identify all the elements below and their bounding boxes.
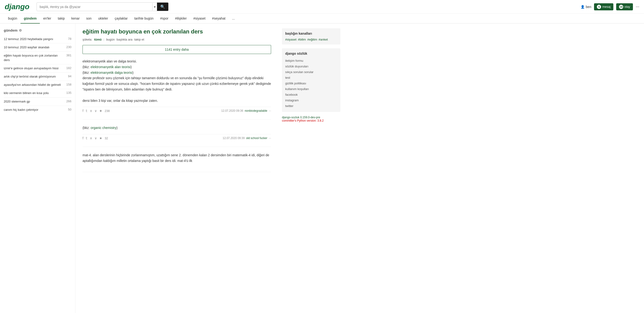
instagram-link[interactable]: instagram [285, 98, 299, 102]
entry-link-1[interactable]: elektromanyetik alan teorisi [90, 65, 130, 69]
channel-tag-anket[interactable]: #anket [319, 38, 328, 41]
list-item: izmir'e gelince oluşan avrupadayım hissi… [4, 64, 72, 72]
list-item: sözlük duyuruları [285, 64, 337, 69]
test-link[interactable]: test [285, 76, 290, 80]
entry-footer: f 𝕥 ∧ ∨ ★ 32 12.07.2020 09:39 old school… [82, 134, 271, 142]
entry-footer: f 𝕥 ∧ ∨ ★ 238 12.07.2020 09:36 nonbiodeg… [82, 107, 271, 114]
entry-author[interactable]: old school fucker [246, 136, 267, 140]
filter-all[interactable]: tümü [94, 38, 102, 41]
search-input[interactable] [37, 3, 152, 10]
entry-text-1: elektromanyetik alan ve dalga teorisi. [82, 60, 137, 63]
right-panel: başlığın kanalları #siyaset #bilim #eğit… [278, 24, 344, 313]
header-more-button[interactable]: ··· [636, 4, 639, 9]
user-menu[interactable]: 👤 ben [580, 5, 591, 9]
nav-item-spor[interactable]: #spor [157, 14, 172, 23]
sidebar-item-text[interactable]: 10 temmuz 2020 wayfair skandalı [4, 45, 64, 50]
list-item: sıkça sorulan sorular [285, 69, 337, 75]
share-facebook-icon[interactable]: f [82, 136, 84, 140]
facebook-link[interactable]: facebook [285, 93, 298, 96]
nav-item-caylaklar[interactable]: çaylaklar [111, 14, 131, 23]
list-item: 2020 steiermark gp 266 [4, 98, 72, 106]
entry-bkz-3: (bkz: organic chemistry) [82, 126, 118, 130]
filter-today[interactable]: bugün [106, 38, 114, 41]
entry-actions: f 𝕥 ∧ ∨ ★ 32 [82, 136, 108, 140]
gizlilik-link[interactable]: gizlilik politikası [285, 82, 306, 85]
favorite-icon[interactable]: ★ [99, 136, 102, 140]
sidebar-item-text[interactable]: artık chp'yi terörist olarak görmüyorum [4, 74, 66, 79]
sidebar-title-text: gündem [4, 28, 18, 32]
duyurular-link[interactable]: sözlük duyuruları [285, 64, 308, 68]
entry-body: mat-4. alan derslerinin hiçbirinde zorla… [82, 152, 271, 164]
sidebar-item-text[interactable]: 12 temmuz 2020 heybeliada yangını [4, 37, 66, 41]
version-number: django-sozluk 0.159.0-dev-pre [282, 116, 340, 119]
entry-filters: şükela: tümü | bugün başlıkta ara takip … [82, 38, 271, 41]
nav-item-enler[interactable]: en'ler [40, 14, 54, 23]
nav-item-bugun[interactable]: bugün [5, 14, 20, 23]
list-item: eğitim hayatı boyunca en çok zorlanılan … [4, 52, 72, 64]
entry-options-icon[interactable]: ··· [269, 109, 271, 112]
events-badge: 18 [619, 5, 623, 9]
settings-icon[interactable]: ⚙ [19, 28, 22, 32]
more-entries-button[interactable]: 1141 entry daha [82, 45, 271, 54]
sikca-link[interactable]: sıkça sorulan sorular [285, 70, 314, 74]
entry-meta: 12.07.2020 09:36 nonbiodegradable ··· [221, 109, 271, 112]
sidebar-item-text[interactable]: canım hiç kadın çekmiyor [4, 108, 66, 112]
iletisim-link[interactable]: iletişim formu [285, 59, 304, 62]
entry-link-3[interactable]: organic chemistry [90, 126, 116, 130]
filter-follow[interactable]: takip et [134, 38, 144, 41]
channels-box: başlığın kanalları #siyaset #bilim #eğit… [282, 28, 340, 44]
sidebar-item-text[interactable]: ayasofya'nın arkasından hilafet de gelme… [4, 83, 64, 87]
twitter-link[interactable]: twitter [285, 104, 294, 108]
channel-tags: #siyaset #bilim #eğitim #anket [285, 38, 337, 41]
nav-item-tarihte[interactable]: tarihte bugün [131, 14, 157, 23]
channel-tag-bilim[interactable]: #bilim [298, 38, 306, 41]
downvote-icon[interactable]: ∨ [94, 109, 97, 113]
entry-options-icon[interactable]: ··· [269, 136, 271, 140]
share-facebook-icon[interactable]: f [82, 109, 84, 113]
channel-tag-egitim[interactable]: #eğitim [308, 38, 317, 41]
entry-link-2[interactable]: elektromanyetik dalga teorisi [90, 71, 132, 74]
nav-item-takip[interactable]: takip [54, 14, 68, 23]
main-nav: bugün gündem en'ler takip kenar son ukte… [0, 14, 644, 24]
sidebar-item-count: 230 [66, 45, 72, 49]
sidebar-item-text[interactable]: 2020 steiermark gp [4, 100, 64, 104]
site-logo[interactable]: django [5, 2, 30, 11]
downvote-icon[interactable]: ∨ [94, 136, 97, 140]
upvote-icon[interactable]: ∧ [90, 109, 92, 113]
messages-button[interactable]: 5 mesaj [594, 3, 613, 10]
upvote-icon[interactable]: ∧ [90, 136, 92, 140]
sidebar-item-text[interactable]: izmir'e gelince oluşan avrupadayım hissi [4, 66, 64, 70]
entry-body: (bkz: organic chemistry) [82, 125, 271, 131]
kullanim-link[interactable]: kullanım koşulları [285, 87, 309, 91]
list-item: artık chp'yi terörist olarak görmüyorum … [4, 72, 72, 81]
entry-item: elektromanyetik alan ve dalga teorisi. (… [82, 59, 271, 120]
sidebar-item-count: 158 [66, 83, 72, 86]
search-dropdown-arrow[interactable]: ▾ [152, 3, 157, 10]
share-twitter-icon[interactable]: 𝕥 [86, 136, 88, 140]
nav-item-iliskiler[interactable]: #ilişkiler [172, 14, 190, 23]
events-button[interactable]: 18 olay [616, 3, 633, 10]
list-item: facebook [285, 92, 337, 97]
channels-title: başlığın kanalları [285, 32, 337, 35]
nav-item-siyaset[interactable]: #siyaset [190, 14, 208, 23]
logo-text: django [5, 2, 30, 11]
list-item: twitter [285, 103, 337, 109]
nav-item-son[interactable]: son [83, 14, 95, 23]
channel-tag-siyaset[interactable]: #siyaset [285, 38, 296, 41]
fav-count: 32 [105, 136, 108, 140]
nav-item-kenar[interactable]: kenar [68, 14, 83, 23]
version-info: django-sozluk 0.159.0-dev-pre committer'… [282, 116, 340, 122]
share-twitter-icon[interactable]: 𝕥 [86, 109, 88, 113]
sidebar-item-text[interactable]: kilo vermenin bilinen en kısa yolu [4, 91, 64, 95]
nav-item-ukteler[interactable]: ukteler [95, 14, 111, 23]
filter-search-label[interactable]: başlıkta ara [117, 38, 132, 41]
favorite-icon[interactable]: ★ [99, 109, 102, 113]
entry-date: 12.07.2020 09:36 [221, 109, 243, 112]
nav-item-seyahat[interactable]: #seyahat [209, 14, 229, 23]
sidebar-item-text[interactable]: eğitim hayatı boyunca en çok zorlanılan … [4, 54, 64, 62]
entry-author[interactable]: nonbiodegradable [245, 109, 267, 112]
search-button[interactable]: 🔍 [157, 2, 168, 11]
nav-item-gundem[interactable]: gündem [20, 14, 40, 24]
nav-more-button[interactable]: ... [229, 14, 238, 23]
entry-actions: f 𝕥 ∧ ∨ ★ 238 [82, 109, 110, 113]
